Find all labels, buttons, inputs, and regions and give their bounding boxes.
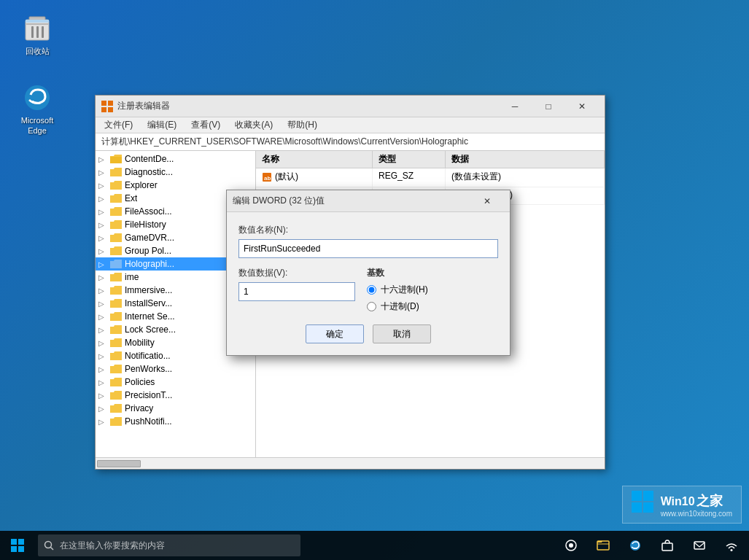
col-data: 数据 <box>446 151 605 168</box>
svg-point-32 <box>731 549 733 551</box>
tree-item-precisiont[interactable]: ▷ PrecisionT... <box>96 389 255 402</box>
taskbar-edge[interactable] <box>621 531 650 560</box>
registry-title-text: 注册表编辑器 <box>117 100 498 112</box>
start-button[interactable] <box>0 531 35 560</box>
svg-rect-21 <box>18 539 24 545</box>
watermark-suffix: 之家 <box>696 492 723 510</box>
tree-item-penworks[interactable]: ▷ PenWorks... <box>96 362 255 376</box>
ok-button[interactable]: 确定 <box>306 324 364 343</box>
dialog-title: 编辑 DWORD (32 位)值 <box>233 195 470 207</box>
edge-icon-desktop[interactable]: Microsoft Edge <box>11 80 63 139</box>
tree-item-pushnotifi[interactable]: ▷ PushNotifi... <box>96 415 255 428</box>
watermark-url: www.win10xitong.com <box>661 510 732 518</box>
menu-file[interactable]: 文件(F) <box>98 117 139 133</box>
svg-line-25 <box>51 548 54 551</box>
svg-rect-31 <box>694 542 705 549</box>
close-button[interactable]: ✕ <box>565 96 599 117</box>
task-view-button[interactable] <box>556 531 586 560</box>
svg-rect-8 <box>101 101 106 106</box>
svg-rect-30 <box>662 543 672 551</box>
svg-rect-19 <box>643 502 653 513</box>
edge-label-2: Edge <box>28 125 47 136</box>
menu-edit[interactable]: 编辑(E) <box>141 117 182 133</box>
svg-point-27 <box>569 543 573 548</box>
tree-item-diagnostic[interactable]: ▷ Diagnostic... <box>96 166 255 179</box>
dialog-data-row: 数值数据(V): 基数 十六进制(H) 十进制(D) <box>238 267 498 313</box>
taskbar-search-box[interactable]: 在这里输入你要搜索的内容 <box>38 534 300 556</box>
taskbar: 在这里输入你要搜索的内容 <box>0 531 749 560</box>
desktop: 回收站 Microsoft Edge <box>0 0 749 560</box>
dialog-name-label: 数值名称(N): <box>238 224 498 236</box>
svg-text:ab: ab <box>264 175 271 182</box>
scrollbar-thumb[interactable] <box>97 460 141 467</box>
taskbar-store[interactable] <box>653 531 682 560</box>
radio-dec-text: 十进制(D) <box>381 300 419 313</box>
values-header: 名称 类型 数据 <box>256 151 605 168</box>
svg-rect-18 <box>632 502 642 513</box>
dialog-body: 数值名称(N): 数值数据(V): 基数 十六进制(H) <box>227 212 510 355</box>
tree-item-privacy[interactable]: ▷ Privacy <box>96 402 255 415</box>
window-controls: ─ □ ✕ <box>498 96 599 117</box>
svg-rect-3 <box>31 26 34 38</box>
radio-hex-text: 十六进制(H) <box>381 284 428 296</box>
dialog-close-button[interactable]: ✕ <box>470 190 504 212</box>
svg-rect-11 <box>108 107 113 112</box>
recycle-bin-icon[interactable]: 回收站 <box>11 11 63 59</box>
registry-title-icon <box>101 101 113 112</box>
registry-titlebar: 注册表编辑器 ─ □ ✕ <box>96 96 605 117</box>
svg-rect-23 <box>18 546 24 552</box>
radio-group: 十六进制(H) 十进制(D) <box>367 284 428 313</box>
dialog-titlebar: 编辑 DWORD (32 位)值 ✕ <box>227 190 510 212</box>
taskbar-network[interactable] <box>717 531 746 560</box>
svg-point-24 <box>45 542 52 548</box>
dialog-name-input[interactable] <box>238 239 498 258</box>
col-name: 名称 <box>256 151 373 168</box>
value-row-default[interactable]: ab (默认) REG_SZ (数值未设置) <box>256 168 605 187</box>
cancel-button[interactable]: 取消 <box>373 324 431 343</box>
dialog-base-label: 基数 <box>367 267 428 279</box>
svg-rect-17 <box>643 491 653 501</box>
svg-rect-4 <box>36 26 39 38</box>
svg-rect-20 <box>11 539 17 545</box>
registry-address-bar[interactable]: 计算机\HKEY_CURRENT_USER\SOFTWARE\Microsoft… <box>96 133 605 151</box>
radio-dec[interactable] <box>367 302 376 311</box>
search-icon <box>44 540 54 551</box>
svg-rect-5 <box>42 26 44 38</box>
menu-view[interactable]: 查看(V) <box>185 117 226 133</box>
col-type: 类型 <box>373 151 446 168</box>
radio-hex-label[interactable]: 十六进制(H) <box>367 284 428 296</box>
svg-rect-10 <box>101 107 106 112</box>
svg-rect-6 <box>26 20 49 23</box>
search-placeholder: 在这里输入你要搜索的内容 <box>60 540 165 552</box>
watermark-brand: Win10 <box>661 495 695 508</box>
recycle-bin-label: 回收站 <box>26 46 50 56</box>
dialog-data-input[interactable] <box>238 282 355 301</box>
dialog-data-section: 数值数据(V): <box>238 267 355 313</box>
dword-dialog: 编辑 DWORD (32 位)值 ✕ 数值名称(N): 数值数据(V): 基数 … <box>226 190 511 356</box>
dialog-buttons: 确定 取消 <box>238 324 498 343</box>
edge-label-1: Microsoft <box>21 115 54 125</box>
taskbar-mail[interactable] <box>685 531 714 560</box>
menu-favorites[interactable]: 收藏夹(A) <box>229 117 279 133</box>
svg-rect-22 <box>11 546 17 552</box>
menu-help[interactable]: 帮助(H) <box>282 117 323 133</box>
taskbar-icons <box>556 531 749 560</box>
windows-logo-watermark <box>632 491 655 518</box>
tree-item-contentde[interactable]: ▷ ContentDe... <box>96 152 255 166</box>
minimize-button[interactable]: ─ <box>498 96 532 117</box>
svg-rect-9 <box>108 101 113 106</box>
win10-watermark: Win10 之家 www.win10xitong.com <box>622 486 742 524</box>
radio-hex[interactable] <box>367 285 376 295</box>
registry-menubar: 文件(F) 编辑(E) 查看(V) 收藏夹(A) 帮助(H) <box>96 117 605 133</box>
dialog-base-section: 基数 十六进制(H) 十进制(D) <box>367 267 428 313</box>
watermark-text: Win10 之家 www.win10xitong.com <box>661 492 732 518</box>
maximize-button[interactable]: □ <box>532 96 565 117</box>
taskbar-explorer[interactable] <box>589 531 618 560</box>
dialog-data-label: 数值数据(V): <box>238 267 355 279</box>
svg-rect-16 <box>632 491 642 501</box>
radio-dec-label[interactable]: 十进制(D) <box>367 300 428 313</box>
registry-address-text: 计算机\HKEY_CURRENT_USER\SOFTWARE\Microsoft… <box>101 136 468 148</box>
horizontal-scrollbar[interactable] <box>96 457 605 469</box>
tree-item-policies[interactable]: ▷ Policies <box>96 376 255 389</box>
